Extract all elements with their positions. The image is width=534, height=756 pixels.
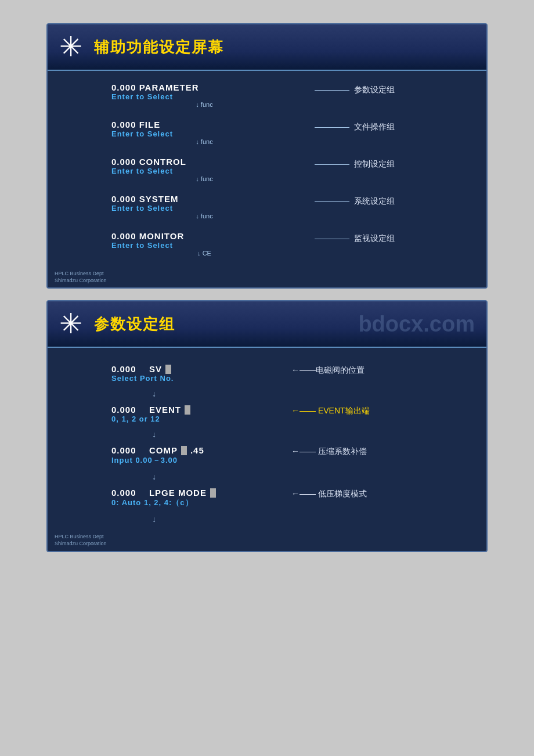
h-line-system xyxy=(315,201,349,202)
panel2-body: 0.000 SV Select Port No. ←——电磁阀的位置 ↓ 0.0… xyxy=(48,348,486,531)
arr-label-lpge: ←—— 低压梯度模式 xyxy=(291,489,367,499)
connector-line-parameter: 参数设定组 xyxy=(315,85,395,95)
param-main-sv: 0.000 SV xyxy=(111,364,274,374)
menu-func-file: ↓ func xyxy=(111,138,297,145)
menu-func-control: ↓ func xyxy=(111,175,297,182)
param-row-sv: 0.000 SV Select Port No. ←——电磁阀的位置 xyxy=(48,357,486,390)
cursor-sv xyxy=(165,365,171,374)
label-cn-system: 系统设定组 xyxy=(354,196,395,207)
param-spaces-sv xyxy=(140,364,146,374)
menu-main-monitor: 0.000 MONITOR xyxy=(111,231,297,241)
param-prefix-sv: 0.000 xyxy=(111,364,136,374)
param-key-comp: COMP xyxy=(149,445,178,455)
param-prefix-comp: 0.000 xyxy=(111,445,136,455)
param-left-comp: 0.000 COMP .45 Input 0.00－3.00 xyxy=(106,443,280,468)
param-prefix-event: 0.000 xyxy=(111,405,136,415)
param-left-lpge: 0.000 LPGE MODE 0: Auto 1, 2, 4:（c） xyxy=(106,485,280,510)
panel2-footer: HPLC Business Dept Shimadzu Corporation xyxy=(48,531,486,550)
menu-main-file: 0.000 FILE xyxy=(111,120,297,129)
menu-sub-system: Enter to Select xyxy=(111,204,297,213)
menu-func-parameter: ↓ func xyxy=(111,101,297,108)
cursor-lpge xyxy=(210,488,216,498)
panel1-header: ✳ 辅助功能设定屏幕 xyxy=(48,24,486,71)
arr-label-event: ←—— EVENT输出端 xyxy=(291,406,370,416)
param-row-comp: 0.000 COMP .45 Input 0.00－3.00 ←—— 压缩系数补… xyxy=(48,438,486,473)
connector-line-control: 控制设定组 xyxy=(315,159,395,170)
menu-left-parameter: 0.000 PARAMETER Enter to Select ↓ func xyxy=(106,79,303,111)
h-line-monitor xyxy=(315,239,349,239)
footer-line2-p2: Shimadzu Corporation xyxy=(55,541,479,548)
menu-main-control: 0.000 CONTROL xyxy=(111,157,297,167)
param-sub-lpge: 0: Auto 1, 2, 4:（c） xyxy=(111,498,274,508)
menu-main-parameter: 0.000 PARAMETER xyxy=(111,82,297,92)
menu-row-control: 0.000 CONTROL Enter to Select ↓ func 控制设… xyxy=(48,151,486,188)
panel1-body: 0.000 PARAMETER Enter to Select ↓ func 参… xyxy=(48,71,486,268)
panel1-title: 辅助功能设定屏幕 xyxy=(94,37,224,57)
param-connector-comp: ←—— 压缩系数补偿 xyxy=(280,443,486,457)
panel-auxiliary: ✳ 辅助功能设定屏幕 0.000 PARAMETER Enter to Sele… xyxy=(46,23,488,289)
menu-left-monitor: 0.000 MONITOR Enter to Select ↓ CE xyxy=(106,228,303,260)
menu-left-system: 0.000 SYSTEM Enter to Select ↓ func xyxy=(106,190,303,223)
menu-row-file: 0.000 FILE Enter to Select ↓ func 文件操作组 xyxy=(48,114,486,151)
param-main-event: 0.000 EVENT xyxy=(111,405,274,415)
h-line-file xyxy=(315,127,349,128)
connector-line-monitor: 监视设定组 xyxy=(315,233,395,244)
arr-label-comp: ←—— 压缩系数补偿 xyxy=(291,447,367,457)
param-sub-sv: Select Port No. xyxy=(111,374,274,383)
param-key-sv: SV xyxy=(149,364,162,374)
star-icon: ✳ xyxy=(59,33,82,61)
menu-left-control: 0.000 CONTROL Enter to Select ↓ func xyxy=(106,153,303,186)
connector-line-system: 系统设定组 xyxy=(315,196,395,207)
param-connector-lpge: ←—— 低压梯度模式 xyxy=(280,485,486,499)
panel-parameter: ✳ 参数设定组 bdocx.com 0.000 SV Select Port N… xyxy=(46,300,488,552)
param-connector-sv: ←——电磁阀的位置 xyxy=(280,362,486,376)
connector-monitor: 监视设定组 xyxy=(303,228,486,244)
cursor-comp xyxy=(181,446,187,455)
param-sub-event: 0, 1, 2 or 12 xyxy=(111,415,274,423)
arr-label-sv: ←——电磁阀的位置 xyxy=(291,365,365,376)
connector-parameter: 参数设定组 xyxy=(303,79,486,95)
watermark: bdocx.com xyxy=(358,312,475,337)
footer-line1-p1: HPLC Business Dept xyxy=(55,271,479,278)
menu-sub-monitor: Enter to Select xyxy=(111,241,297,250)
menu-func-monitor: ↓ CE xyxy=(111,250,297,257)
menu-sub-control: Enter to Select xyxy=(111,167,297,175)
connector-system: 系统设定组 xyxy=(303,190,486,207)
param-key-lpge: LPGE MODE xyxy=(149,488,207,498)
footer-line2-p1: Shimadzu Corporation xyxy=(55,278,479,285)
panel1-footer: HPLC Business Dept Shimadzu Corporation xyxy=(48,268,486,287)
panel2-header: ✳ 参数设定组 bdocx.com xyxy=(48,301,486,348)
down-arrow-4: ↓ xyxy=(152,515,486,523)
menu-row-parameter: 0.000 PARAMETER Enter to Select ↓ func 参… xyxy=(48,77,486,114)
param-connector-event: ←—— EVENT输出端 xyxy=(280,402,486,416)
param-spaces-comp xyxy=(140,445,146,455)
param-key-event: EVENT xyxy=(149,405,181,415)
menu-sub-file: Enter to Select xyxy=(111,129,297,138)
h-line-control xyxy=(315,164,349,165)
label-cn-parameter: 参数设定组 xyxy=(354,85,395,95)
cursor-event xyxy=(185,405,190,415)
menu-row-system: 0.000 SYSTEM Enter to Select ↓ func 系统设定… xyxy=(48,188,486,225)
param-spaces-event xyxy=(140,405,146,415)
menu-main-system: 0.000 SYSTEM xyxy=(111,194,297,204)
param-spaces-lpge xyxy=(140,488,146,498)
menu-left-file: 0.000 FILE Enter to Select ↓ func xyxy=(106,116,303,149)
param-row-event: 0.000 EVENT 0, 1, 2 or 12 ←—— EVENT输出端 xyxy=(48,398,486,430)
connector-line-file: 文件操作组 xyxy=(315,122,395,132)
h-line-parameter xyxy=(315,90,349,91)
param-main-comp: 0.000 COMP .45 xyxy=(111,445,274,455)
down-arrow-3: ↓ xyxy=(152,473,486,481)
star-icon-2: ✳ xyxy=(59,310,82,338)
label-cn-control: 控制设定组 xyxy=(354,159,395,170)
param-row-lpge: 0.000 LPGE MODE 0: Auto 1, 2, 4:（c） ←—— … xyxy=(48,481,486,515)
panel2-title: 参数设定组 xyxy=(94,314,175,334)
param-left-event: 0.000 EVENT 0, 1, 2 or 12 xyxy=(106,402,280,426)
label-cn-file: 文件操作组 xyxy=(354,122,395,132)
connector-control: 控制设定组 xyxy=(303,153,486,170)
param-main-lpge: 0.000 LPGE MODE xyxy=(111,488,274,498)
param-prefix-lpge: 0.000 xyxy=(111,488,136,498)
footer-line1-p2: HPLC Business Dept xyxy=(55,534,479,541)
menu-func-system: ↓ func xyxy=(111,213,297,219)
param-left-sv: 0.000 SV Select Port No. xyxy=(106,362,280,385)
menu-sub-parameter: Enter to Select xyxy=(111,92,297,101)
